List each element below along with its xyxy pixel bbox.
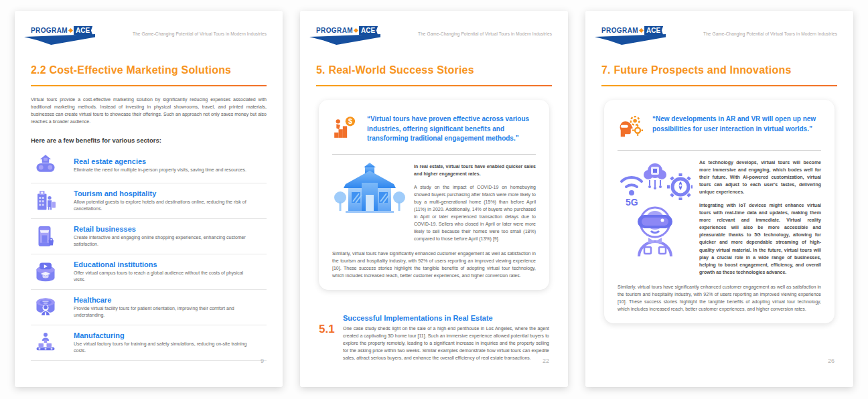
sector-name: Healthcare (74, 296, 267, 304)
highlight-card: $ “Virtual tours have proven effective a… (319, 100, 549, 290)
sector-name: Manufacturing (74, 331, 267, 339)
sector-name: Retail businesses (74, 225, 267, 233)
list-item: Educational institutions Offer virtual c… (31, 254, 267, 290)
sector-desc: Provide virtual facility tours for patie… (74, 305, 251, 319)
sector-desc: Allow potential guests to explore hotels… (74, 199, 251, 213)
quote-divider (618, 150, 821, 151)
logo-swoosh-shape (309, 34, 380, 45)
logo-diamond-icon (639, 28, 644, 33)
gear-rocket-icon (667, 173, 693, 200)
svg-text:$: $ (348, 118, 352, 125)
study-paragraph: A study on the impact of COVID-19 on hom… (414, 183, 536, 242)
similarly-paragraph: Similarly, virtual tours have significan… (332, 250, 536, 279)
similarly-paragraph: Similarly, virtual tours have significan… (618, 283, 821, 313)
page-header: PROGRAM ACE The Game-Changing Potential … (300, 11, 568, 47)
title-underline (31, 85, 267, 86)
hotel-tourism-icon (33, 189, 58, 213)
page-number: 9 (261, 357, 264, 364)
document-page-2: PROGRAM ACE The Game-Changing Potential … (300, 11, 568, 387)
healthcare-doctor-icon (33, 295, 58, 319)
vr-head-gears-icon (618, 114, 643, 140)
list-item: Tourism and hospitality Allow potential … (31, 183, 267, 219)
page-number: 26 (828, 357, 835, 364)
title-underline (316, 85, 552, 86)
page-header: PROGRAM ACE The Game-Changing Potential … (15, 11, 283, 47)
manufacturing-conveyor-icon (33, 331, 58, 355)
logo-swoosh-shape (24, 34, 95, 45)
running-header: The Game-Changing Potential of Virtual T… (418, 31, 552, 36)
program-ace-logo: PROGRAM ACE (31, 25, 106, 47)
running-header: The Game-Changing Potential of Virtual T… (703, 31, 837, 36)
growth-stairs-dollar-icon: $ (332, 114, 358, 140)
logo-diamond-icon (354, 28, 358, 33)
sector-desc: Use virtual factory tours for training a… (74, 341, 251, 355)
house-illustration (332, 163, 407, 220)
program-ace-logo: PROGRAM ACE (316, 25, 391, 47)
vr-user-icon (638, 208, 672, 256)
lead-paragraph: In real estate, virtual tours have enabl… (414, 163, 536, 177)
subsection: 5.1 Successful Implementations in Real E… (319, 314, 549, 362)
page-title: 5. Real-World Success Stories (316, 64, 552, 76)
highlight-card: “New developments in AR and VR will open… (604, 100, 835, 323)
document-viewer: PROGRAM ACE The Game-Changing Potential … (0, 0, 868, 398)
sector-name: Educational institutions (74, 260, 267, 268)
page-title: 7. Future Prospects and Innovations (601, 64, 837, 76)
logo-text-ace: ACE (359, 26, 378, 35)
logo-text-program: PROGRAM (31, 27, 68, 34)
document-page-1: PROGRAM ACE The Game-Changing Potential … (15, 11, 283, 387)
logo-text-ace: ACE (74, 26, 92, 35)
sector-name: Real estate agencies (74, 157, 267, 165)
future-paragraph-2: Integrating with IoT devices might enhan… (699, 202, 821, 275)
logo-swoosh-shape (595, 34, 666, 45)
program-ace-logo: PROGRAM ACE (601, 25, 676, 47)
quote-text: “Virtual tours have proven effective acr… (367, 114, 536, 144)
svg-text:5G: 5G (626, 197, 638, 208)
real-estate-vr-icon (33, 153, 58, 177)
logo-text-program: PROGRAM (316, 27, 353, 34)
future-paragraph-1: As technology develops, virtual tours wi… (699, 159, 821, 195)
subsection-number: 5.1 (319, 314, 336, 362)
running-header: The Game-Changing Potential of Virtual T… (133, 31, 267, 36)
list-item: Real estate agencies Eliminate the need … (31, 148, 267, 183)
page-title: 2.2 Cost-Effective Marketing Solutions (31, 64, 267, 76)
sector-list: Real estate agencies Eliminate the need … (31, 148, 267, 361)
sector-desc: Offer virtual campus tours to reach a gl… (74, 270, 251, 284)
list-item: Manufacturing Use virtual factory tours … (31, 325, 267, 361)
logo-text-ace: ACE (644, 26, 663, 35)
page-number: 22 (542, 357, 549, 364)
intro-paragraph: Virtual tours provide a cost-effective m… (31, 96, 267, 125)
future-tech-illustration: 5G (618, 159, 693, 259)
list-item: Healthcare Provide virtual facility tour… (31, 290, 267, 325)
benefits-heading: Here are a few benefits for various sect… (31, 137, 267, 144)
quote-text: “New developments in AR and VR will open… (652, 114, 821, 134)
list-item: Retail businesses Create interactive and… (31, 219, 267, 254)
subsection-heading: Successful Implementations in Real Estat… (343, 314, 549, 322)
ai-brain-icon (644, 163, 666, 189)
sector-name: Tourism and hospitality (74, 189, 267, 197)
logo-diamond-icon (68, 28, 73, 33)
sector-desc: Create interactive and engaging online s… (74, 234, 251, 248)
page-header: PROGRAM ACE The Game-Changing Potential … (585, 11, 853, 47)
sector-desc: Eliminate the need for multiple in-perso… (74, 167, 251, 174)
education-vr-icon (33, 260, 58, 284)
retail-shop-phone-icon (33, 224, 58, 248)
logo-text-program: PROGRAM (601, 27, 638, 34)
quote-divider (332, 154, 536, 155)
title-underline (601, 85, 837, 86)
5g-wifi-icon: 5G (622, 177, 642, 208)
subsection-paragraph: One case study sheds light on the sale o… (343, 325, 549, 362)
document-page-3: PROGRAM ACE The Game-Changing Potential … (585, 11, 853, 387)
